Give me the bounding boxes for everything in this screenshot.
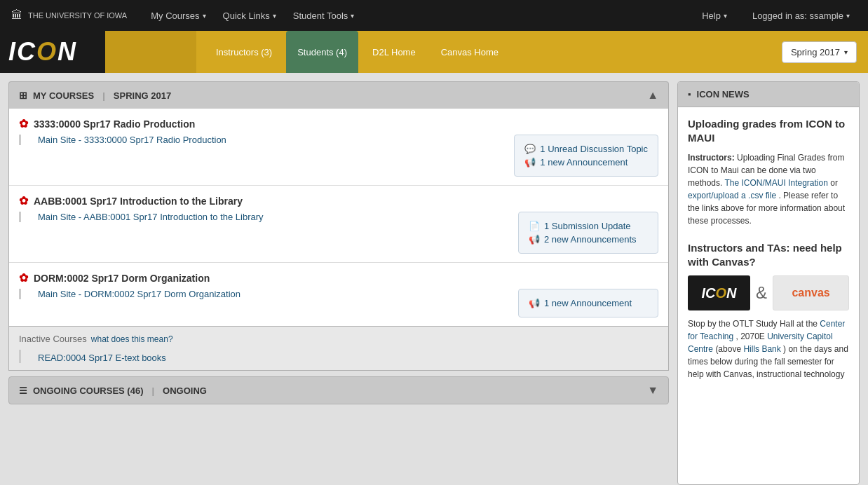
gear-icon: ✿ [19, 117, 28, 130]
announcement-icon: 📢 [524, 157, 536, 168]
user-account-link[interactable]: Logged in as: ssample ▾ [745, 6, 857, 25]
canvas-logos: ICON & canvas [688, 275, 849, 310]
submission-notification[interactable]: 📄 1 Submission Update [529, 219, 648, 233]
notification-box: 📄 1 Submission Update 📢 2 new Announceme… [518, 212, 658, 254]
canvas-logo-small: canvas [773, 275, 849, 310]
news-section-grades: Uploading grades from ICON to MAUI Instr… [688, 117, 849, 227]
university-name: THE UNIVERSITY OF IOWA [28, 11, 127, 20]
notification-box: 💬 1 Unread Discussion Topic 📢 1 new Anno… [514, 135, 658, 177]
course-list: ✿ 3333:0000 Spr17 Radio Production Main … [8, 109, 669, 327]
gear-icon: ✿ [19, 194, 28, 207]
submission-icon: 📄 [529, 221, 540, 231]
chevron-down-icon: ▾ [351, 12, 354, 20]
students-tab[interactable]: Students (4) [286, 31, 358, 73]
announcement-notification[interactable]: 📢 2 new Announcements [529, 233, 648, 246]
left-panel: ⊞ MY COURSES | SPRING 2017 ▲ ✿ 3333:0000… [8, 81, 669, 485]
news-icon: ▪ [688, 89, 691, 100]
quick-links-nav-link[interactable]: Quick Links ▾ [216, 6, 283, 25]
icon-news-header: ▪ ICON NEWS [678, 82, 859, 107]
chevron-down-icon: ▾ [273, 12, 276, 20]
chevron-down-icon: ▾ [846, 12, 850, 20]
course-main-site-link[interactable]: Main Site - AABB:0001 Spr17 Introduction… [19, 212, 264, 222]
inactive-courses-title: Inactive Courses what does this mean? [19, 334, 658, 344]
announcement-notification[interactable]: 📢 1 new Announcement [529, 296, 648, 310]
course-title: ✿ 3333:0000 Spr17 Radio Production [19, 117, 658, 130]
student-tools-nav-link[interactable]: Student Tools ▾ [286, 6, 362, 25]
news-section-title: Instructors and TAs: need help with Canv… [688, 241, 849, 268]
discussion-notification[interactable]: 💬 1 Unread Discussion Topic [524, 142, 648, 156]
icon-logo-text: ICON [8, 39, 77, 64]
notification-box: 📢 1 new Announcement [518, 289, 658, 317]
chevron-down-icon: ▾ [844, 48, 848, 56]
course-body: Main Site - 3333:0000 Spr17 Radio Produc… [19, 135, 658, 177]
semester-selector-container: Spring 2017 ▾ [782, 41, 868, 63]
top-nav-links: My Courses ▾ Quick Links ▾ Student Tools… [144, 6, 361, 25]
top-navigation: 🏛 THE UNIVERSITY OF IOWA My Courses ▾ Qu… [0, 0, 868, 31]
icon-logo-small: ICON [688, 275, 750, 310]
what-does-this-mean-link[interactable]: what does this mean? [91, 334, 173, 344]
ongoing-courses-section: ☰ ONGOING COURSES (46) | ONGOING ▼ [8, 376, 669, 404]
announcement-icon: 📢 [529, 298, 540, 308]
canvas-home-tab[interactable]: Canvas Home [430, 31, 510, 73]
inactive-courses-section: Inactive Courses what does this mean? RE… [8, 327, 669, 371]
course-title: ✿ AABB:0001 Spr17 Introduction to the Li… [19, 194, 658, 207]
university-brand: 🏛 THE UNIVERSITY OF IOWA [11, 9, 127, 22]
collapse-my-courses-button[interactable]: ▲ [647, 89, 658, 102]
news-section-title: Uploading grades from ICON to MAUI [688, 117, 849, 144]
d2l-home-tab[interactable]: D2L Home [361, 31, 427, 73]
grid-icon: ⊞ [19, 90, 27, 101]
my-courses-nav-link[interactable]: My Courses ▾ [144, 6, 212, 25]
icon-news-content: Uploading grades from ICON to MAUI Instr… [678, 107, 859, 404]
expand-ongoing-courses-button[interactable]: ▼ [647, 384, 658, 397]
right-panel: ▪ ICON NEWS Uploading grades from ICON t… [677, 81, 860, 485]
course-item: ✿ DORM:0002 Spr17 Dorm Organization Main… [9, 263, 668, 326]
ongoing-courses-title: ☰ ONGOING COURSES (46) | ONGOING [19, 385, 207, 396]
logo-bar: ICON Instructors (3) Students (4) D2L Ho… [0, 31, 868, 73]
main-content: ⊞ MY COURSES | SPRING 2017 ▲ ✿ 3333:0000… [0, 73, 868, 485]
course-title: ✿ DORM:0002 Spr17 Dorm Organization [19, 271, 658, 285]
course-main-site-link[interactable]: Main Site - DORM:0002 Spr17 Dorm Organiz… [19, 289, 240, 299]
help-link[interactable]: Help ▾ [695, 6, 734, 25]
course-body: Main Site - DORM:0002 Spr17 Dorm Organiz… [19, 289, 658, 317]
top-nav-right: Help ▾ Logged in as: ssample ▾ [695, 6, 857, 25]
news-section-canvas: Instructors and TAs: need help with Canv… [688, 241, 849, 381]
discussion-icon: 💬 [524, 144, 536, 154]
logo-section: ICON [0, 31, 196, 73]
top-nav-left: 🏛 THE UNIVERSITY OF IOWA My Courses ▾ Qu… [11, 6, 361, 25]
export-csv-link[interactable]: export/upload a .csv file [688, 191, 776, 200]
course-item: ✿ AABB:0001 Spr17 Introduction to the Li… [9, 186, 668, 263]
chevron-down-icon: ▾ [724, 12, 727, 20]
announcement-notification[interactable]: 📢 1 new Announcement [524, 156, 648, 169]
course-main-site-link[interactable]: Main Site - 3333:0000 Spr17 Radio Produc… [19, 135, 226, 145]
my-courses-section-header: ⊞ MY COURSES | SPRING 2017 ▲ [8, 81, 669, 109]
ampersand-symbol: & [756, 283, 767, 303]
logo-nav: Instructors (3) Students (4) D2L Home Ca… [196, 31, 782, 73]
gear-icon: ✿ [19, 271, 28, 285]
icon-logo[interactable]: ICON [0, 31, 86, 73]
semester-dropdown-button[interactable]: Spring 2017 ▾ [782, 41, 857, 63]
course-body: Main Site - AABB:0001 Spr17 Introduction… [19, 212, 658, 254]
announcement-icon: 📢 [529, 234, 540, 245]
list-icon: ☰ [19, 385, 27, 396]
news-section-body: Stop by the OTLT Study Hall at the Cente… [688, 317, 849, 381]
inactive-course-link[interactable]: READ:0004 Spr17 E-text books [19, 350, 658, 363]
my-courses-title: ⊞ MY COURSES | SPRING 2017 [19, 90, 171, 101]
chevron-down-icon: ▾ [203, 12, 206, 20]
news-section-body: Instructors: Uploading Final Grades from… [688, 151, 849, 227]
hills-bank-link[interactable]: Hills Bank [743, 344, 780, 354]
icon-maui-integration-link[interactable]: The ICON/MAUI Integration [724, 178, 827, 188]
instructors-tab[interactable]: Instructors (3) [205, 31, 283, 73]
course-item: ✿ 3333:0000 Spr17 Radio Production Main … [9, 109, 668, 186]
building-icon: 🏛 [11, 9, 22, 22]
